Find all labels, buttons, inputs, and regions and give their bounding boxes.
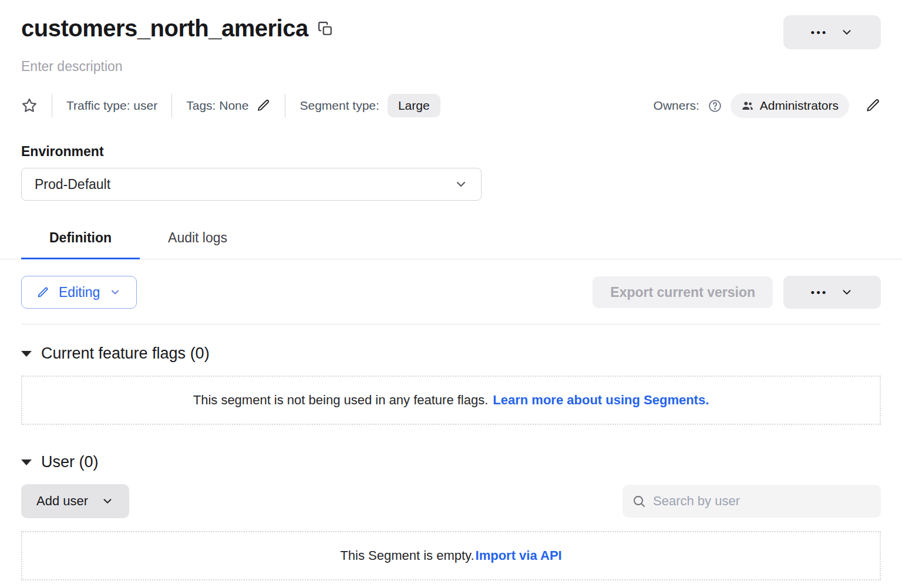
description-placeholder[interactable]: Enter description — [21, 59, 881, 75]
people-icon — [741, 99, 754, 112]
chevron-down-icon — [840, 286, 853, 299]
learn-more-link[interactable]: Learn more about using Segments. — [493, 393, 709, 408]
traffic-type-label: Traffic type: user — [66, 99, 157, 113]
user-heading: User (0) — [41, 453, 99, 471]
feature-flags-empty-text: This segment is not being used in any fe… — [193, 393, 489, 408]
collapse-caret-icon — [21, 351, 32, 357]
edit-tags-icon[interactable] — [257, 99, 271, 113]
segment-type-badge: Large — [388, 94, 440, 117]
definition-toolbar: Editing Export current version ••• — [21, 276, 881, 309]
feature-flags-empty-state: This segment is not being used in any fe… — [21, 376, 881, 425]
tags-label: Tags: None — [186, 99, 248, 113]
owners-group: Owners: Administrators — [654, 93, 881, 118]
help-icon[interactable] — [708, 99, 722, 113]
user-empty-state: This Segment is empty. Import via API — [21, 531, 881, 580]
owners-label: Owners: — [654, 99, 699, 113]
owners-value: Administrators — [760, 99, 839, 113]
chevron-down-icon — [109, 286, 121, 298]
segment-type-label: Segment type: — [299, 99, 379, 113]
chevron-down-icon — [454, 177, 468, 191]
ellipsis-icon: ••• — [811, 287, 828, 298]
pencil-icon — [37, 286, 49, 299]
chevron-down-icon — [840, 26, 853, 39]
page-title: customers_north_america — [21, 15, 308, 42]
star-icon[interactable] — [21, 97, 38, 114]
tab-definition[interactable]: Definition — [21, 221, 140, 259]
user-section-header[interactable]: User (0) — [21, 453, 881, 471]
import-via-api-link[interactable]: Import via API — [476, 548, 562, 563]
environment-selected-value: Prod-Default — [35, 177, 110, 192]
environment-select[interactable]: Prod-Default — [21, 168, 482, 201]
segment-page: customers_north_america ••• Enter descri… — [0, 0, 902, 588]
tab-bar: Definition Audit logs — [0, 221, 902, 259]
chevron-down-icon — [101, 495, 114, 508]
meta-row: Traffic type: user Tags: None Segment ty… — [21, 92, 881, 119]
edit-owners-icon[interactable] — [866, 98, 881, 113]
ellipsis-icon: ••• — [811, 27, 828, 38]
header-more-button[interactable]: ••• — [783, 15, 881, 49]
user-empty-text: This Segment is empty. — [340, 548, 474, 563]
copy-icon[interactable] — [318, 21, 333, 36]
add-user-label: Add user — [36, 494, 88, 509]
editing-label: Editing — [59, 285, 100, 300]
add-user-button[interactable]: Add user — [21, 484, 129, 518]
search-by-user-box — [622, 485, 881, 518]
feature-flags-heading: Current feature flags (0) — [41, 344, 210, 363]
owners-badge[interactable]: Administrators — [731, 93, 849, 118]
divider — [171, 94, 172, 117]
editing-mode-button[interactable]: Editing — [21, 276, 137, 309]
divider — [285, 94, 285, 117]
environment-label: Environment — [21, 144, 881, 160]
export-current-version-button[interactable]: Export current version — [593, 276, 773, 308]
divider — [52, 94, 52, 117]
divider — [21, 324, 881, 325]
search-by-user-input[interactable] — [653, 494, 871, 509]
tab-audit-logs[interactable]: Audit logs — [140, 221, 255, 259]
collapse-caret-icon — [21, 459, 32, 465]
definition-more-button[interactable]: ••• — [783, 276, 881, 309]
feature-flags-section-header[interactable]: Current feature flags (0) — [21, 344, 881, 363]
user-toolbar: Add user — [21, 484, 881, 518]
header: customers_north_america ••• — [21, 15, 881, 49]
search-icon — [632, 494, 646, 508]
